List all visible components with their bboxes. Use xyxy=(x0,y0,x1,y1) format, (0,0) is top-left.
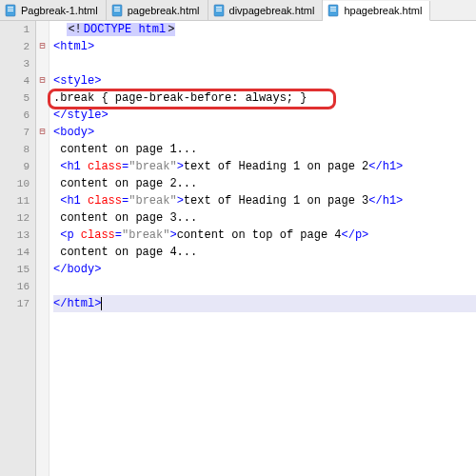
body-close-tag: </body> xyxy=(53,263,101,276)
file-icon xyxy=(212,4,226,17)
code-line-current: </html> xyxy=(53,295,476,312)
tab-label: pagebreak.html xyxy=(128,5,200,16)
svg-rect-9 xyxy=(216,7,222,8)
code-line: content on page 2... xyxy=(53,175,476,192)
line-number: 5 xyxy=(0,89,35,107)
svg-rect-5 xyxy=(114,7,120,8)
file-icon xyxy=(110,4,124,17)
line-number: 12 xyxy=(0,209,35,227)
code-line: </style> xyxy=(53,107,476,124)
fold-marker xyxy=(36,192,49,209)
attr-name: class xyxy=(88,194,122,208)
attr-value: "break" xyxy=(122,228,169,242)
svg-rect-13 xyxy=(330,7,336,8)
code-line: content on page 1... xyxy=(53,141,476,158)
line-number: 16 xyxy=(0,278,35,295)
fold-marker[interactable]: ⊟ xyxy=(36,38,49,55)
doctype-close: > xyxy=(167,23,175,36)
text-content: content on top of page 4 xyxy=(177,228,342,242)
text-cursor xyxy=(101,297,102,310)
code-line: <h1 class="break">text of Heading 1 on p… xyxy=(53,158,476,175)
tag-close: > xyxy=(177,194,184,208)
svg-rect-15 xyxy=(330,10,336,11)
line-number: 4 xyxy=(0,72,35,89)
tab-pagbreak-1[interactable]: Pagbreak-1.html xyxy=(0,0,107,20)
svg-rect-7 xyxy=(114,10,120,11)
code-line xyxy=(53,278,476,295)
text-content: text of Heading 1 on page 2 xyxy=(184,160,368,173)
svg-rect-3 xyxy=(8,10,13,11)
line-number: 7 xyxy=(0,124,35,141)
fold-marker xyxy=(36,141,49,158)
tab-divpagebreak[interactable]: divpagebreak.html xyxy=(208,0,324,20)
fold-marker xyxy=(36,244,49,261)
line-number: 6 xyxy=(0,107,35,124)
h1-close: </h1> xyxy=(368,194,403,208)
style-open-tag: <style> xyxy=(53,74,101,88)
fold-marker xyxy=(36,209,49,227)
html-open-tag: <html> xyxy=(53,40,94,53)
svg-rect-10 xyxy=(216,9,222,10)
text-content: content on page 1... xyxy=(53,143,197,156)
line-number: 8 xyxy=(0,141,35,158)
fold-marker xyxy=(36,107,49,124)
line-number: 2 xyxy=(0,38,35,55)
file-icon xyxy=(4,4,17,17)
code-line: <!DOCTYPE html> xyxy=(53,21,476,38)
line-number: 11 xyxy=(0,192,35,209)
svg-rect-2 xyxy=(8,9,13,10)
fold-marker xyxy=(36,55,49,72)
tab-label: divpagebreak.html xyxy=(229,5,315,16)
code-line: <p class="break">content on top of page … xyxy=(53,227,476,244)
line-number: 3 xyxy=(0,55,35,72)
code-line: <style> xyxy=(53,72,476,89)
body-open-tag: <body> xyxy=(53,126,94,139)
tag-close: > xyxy=(177,160,184,173)
fold-marker xyxy=(36,175,49,192)
line-number: 14 xyxy=(0,244,35,261)
line-number: 13 xyxy=(0,227,35,244)
fold-marker xyxy=(36,227,49,244)
fold-marker xyxy=(36,295,49,312)
text-content: content on page 3... xyxy=(53,211,197,225)
svg-rect-6 xyxy=(114,9,120,10)
tag-close: > xyxy=(169,228,176,242)
attr-name: class xyxy=(88,160,122,173)
doctype-open: <! xyxy=(67,23,82,36)
fold-marker[interactable]: ⊟ xyxy=(36,124,49,141)
fold-marker xyxy=(36,21,49,38)
tab-label: hpagebreak.html xyxy=(344,5,422,16)
code-line: content on page 4... xyxy=(53,244,476,261)
svg-rect-1 xyxy=(8,7,13,8)
line-number-gutter: 1234567891011121314151617 xyxy=(0,21,36,476)
h1-close: </h1> xyxy=(368,160,403,173)
fold-marker xyxy=(36,158,49,175)
fold-marker xyxy=(36,89,49,107)
style-close-tag: </style> xyxy=(53,109,109,122)
line-number: 15 xyxy=(0,261,35,278)
file-icon xyxy=(327,4,340,17)
eq: = xyxy=(115,228,122,242)
line-number: 10 xyxy=(0,175,35,192)
doctype-text: DOCTYPE html xyxy=(83,23,167,36)
code-content[interactable]: <!DOCTYPE html> <html> <style> .break { … xyxy=(50,21,476,476)
p-close: </p> xyxy=(341,228,368,242)
text-content: content on page 4... xyxy=(53,246,197,259)
h1-open: <h1 xyxy=(53,160,88,173)
svg-rect-11 xyxy=(216,10,222,11)
code-line: </body> xyxy=(53,261,476,278)
fold-marker xyxy=(36,261,49,278)
h1-open: <h1 xyxy=(53,194,88,208)
code-line: content on page 3... xyxy=(53,209,476,227)
code-line: <body> xyxy=(53,124,476,141)
line-number: 1 xyxy=(0,21,35,38)
text-content: content on page 2... xyxy=(53,177,197,190)
tab-hpagebreak[interactable]: hpagebreak.html xyxy=(323,1,430,21)
fold-marker[interactable]: ⊟ xyxy=(36,72,49,89)
code-line: .break { page-break-before: always; } xyxy=(53,89,476,107)
attr-name: class xyxy=(81,228,115,242)
tab-label: Pagbreak-1.html xyxy=(21,5,98,16)
line-number: 17 xyxy=(0,295,35,312)
text-content: text of Heading 1 on page 3 xyxy=(184,194,368,208)
tab-pagebreak[interactable]: pagebreak.html xyxy=(107,0,208,20)
